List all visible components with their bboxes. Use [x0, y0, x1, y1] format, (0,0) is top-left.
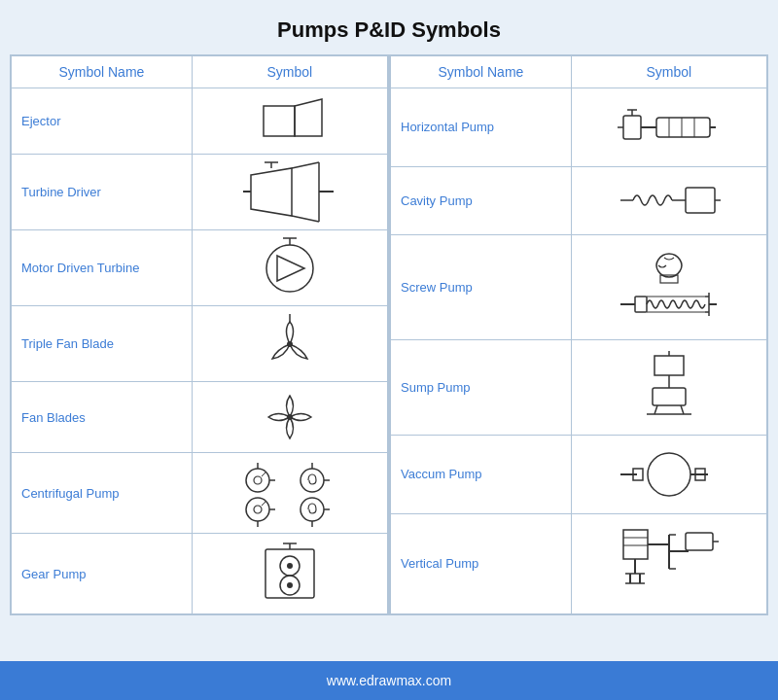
left-col2-header: Symbol [192, 56, 387, 88]
table-row: Ejector [12, 88, 388, 155]
gear-pump-symbol [192, 534, 387, 614]
vaccum-pump-symbol [571, 435, 766, 513]
svg-point-30 [301, 498, 324, 521]
svg-marker-1 [295, 99, 322, 136]
svg-line-3 [292, 162, 319, 168]
vertical-pump-label: Vertical Pump [391, 513, 572, 613]
table-row: Turbine Driver [12, 155, 388, 230]
table-row: Vertical Pump [391, 513, 767, 613]
svg-point-28 [254, 506, 262, 513]
fan-blades-label: Fan Blades [12, 382, 193, 453]
table-row: Centrifugal Pump [12, 453, 388, 534]
svg-point-20 [254, 476, 262, 484]
ejector-label: Ejector [12, 88, 193, 155]
right-table: Symbol Name Symbol Horizontal Pump [390, 55, 767, 614]
main-table: Symbol Name Symbol Ejector [10, 54, 768, 615]
sump-pump-symbol [571, 340, 766, 436]
svg-rect-75 [623, 530, 648, 559]
fan-blades-symbol [192, 382, 387, 453]
svg-line-67 [654, 405, 657, 414]
svg-marker-11 [277, 256, 304, 281]
svg-point-10 [266, 245, 313, 292]
cavity-pump-label: Cavity Pump [391, 166, 572, 234]
gear-pump-label: Gear Pump [12, 534, 193, 614]
svg-rect-40 [623, 116, 641, 139]
triple-fan-symbol [192, 306, 387, 382]
table-row: Screw Pump [391, 234, 767, 340]
svg-point-37 [287, 582, 293, 588]
triple-fan-label: Triple Fan Blade [12, 306, 193, 382]
svg-point-35 [287, 563, 293, 569]
svg-rect-56 [635, 297, 647, 312]
table-row: Gear Pump [12, 534, 388, 614]
vertical-pump-symbol [571, 513, 766, 613]
svg-rect-0 [264, 106, 295, 136]
table-row: Fan Blades [12, 382, 388, 453]
footer-bar: www.edrawmax.com [0, 661, 778, 700]
table-row: Cavity Pump [391, 166, 767, 234]
svg-line-29 [262, 501, 266, 506]
left-col1-header: Symbol Name [12, 56, 193, 88]
svg-line-21 [262, 472, 266, 476]
screw-pump-label: Screw Pump [391, 234, 572, 340]
svg-marker-2 [251, 168, 292, 216]
turbine-driver-symbol [192, 155, 387, 230]
cavity-pump-symbol [571, 166, 766, 234]
footer-text: www.edrawmax.com [327, 673, 451, 688]
motor-driven-label: Motor Driven Turbine [12, 230, 193, 306]
svg-rect-63 [654, 356, 684, 375]
right-col1-header: Symbol Name [391, 56, 572, 88]
centrifugal-label: Centrifugal Pump [12, 453, 193, 534]
svg-rect-83 [686, 533, 713, 550]
svg-point-22 [301, 469, 324, 492]
table-row: Triple Fan Blade [12, 306, 388, 382]
svg-rect-52 [686, 188, 715, 213]
svg-rect-66 [653, 388, 686, 405]
sump-pump-label: Sump Pump [391, 340, 572, 436]
right-col2-header: Symbol [571, 56, 766, 88]
turbine-driver-label: Turbine Driver [12, 155, 193, 230]
left-table: Symbol Name Symbol Ejector [11, 55, 388, 614]
table-row: Horizontal Pump [391, 88, 767, 167]
svg-point-72 [648, 453, 690, 496]
page-title: Pumps P&ID Symbols [277, 0, 501, 54]
table-row: Motor Driven Turbine [12, 230, 388, 306]
table-row: Sump Pump [391, 340, 767, 436]
horizontal-pump-label: Horizontal Pump [391, 88, 572, 167]
table-row: Vaccum Pump [391, 435, 767, 513]
motor-driven-symbol [192, 230, 387, 306]
svg-line-4 [292, 216, 319, 222]
horizontal-pump-symbol [571, 88, 766, 167]
centrifugal-symbol [192, 453, 387, 534]
svg-line-68 [681, 405, 684, 414]
screw-pump-symbol [571, 234, 766, 340]
vaccum-pump-label: Vaccum Pump [391, 435, 572, 513]
svg-rect-45 [656, 118, 710, 137]
ejector-symbol [192, 88, 387, 155]
